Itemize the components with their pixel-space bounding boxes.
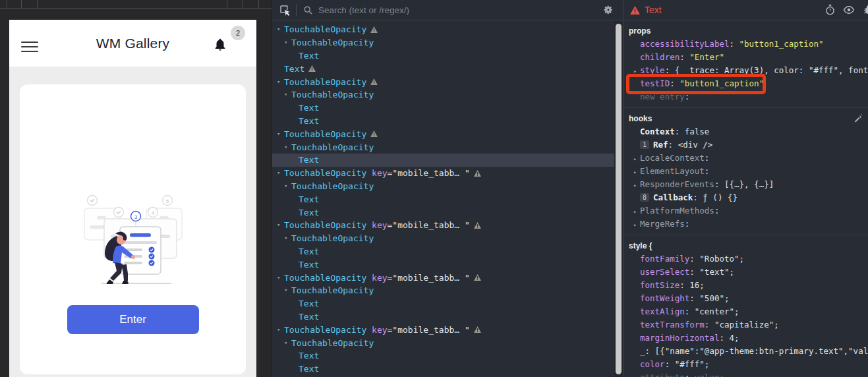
- expand-arrow[interactable]: ▾: [277, 327, 284, 333]
- style-row-fontSize[interactable]: fontSize: 16;: [623, 279, 868, 292]
- style-row-textTransform[interactable]: textTransform: "capitalize";: [623, 318, 868, 332]
- inspect-element-icon[interactable]: [279, 4, 291, 16]
- tree-scrollbar[interactable]: [614, 21, 623, 377]
- app-header: WM Gallery 2: [9, 20, 256, 67]
- expand-arrow[interactable]: ▾: [284, 40, 291, 45]
- expand-arrow[interactable]: ▾: [277, 131, 284, 137]
- prop-row-testID[interactable]: testID: "button1_caption": [623, 77, 868, 90]
- hook-row-MergeRefs[interactable]: ▸MergeRefs:: [623, 218, 868, 231]
- tree-row[interactable]: ▾TouchableOpacity: [272, 36, 623, 49]
- expand-arrow[interactable]: ▾: [284, 340, 291, 346]
- tree-row[interactable]: Text: [272, 349, 623, 362]
- warning-icon: [474, 326, 481, 333]
- tree-row[interactable]: ▾TouchableOpacity key="mobile_tabb… ": [272, 271, 623, 284]
- svg-text:4: 4: [151, 210, 154, 216]
- expand-arrow[interactable]: ▾: [277, 275, 284, 281]
- expand-arrow[interactable]: ▾: [284, 287, 291, 293]
- warning-icon: [474, 222, 481, 229]
- parse-hook-names-icon[interactable]: [854, 113, 863, 123]
- mobile-app-screen: WM Gallery 2: [9, 20, 256, 377]
- enter-button[interactable]: Enter: [67, 305, 199, 334]
- app-body: 3 4 5: [9, 67, 256, 377]
- screen: WM Gallery 2: [0, 0, 868, 377]
- style-row-_[interactable]: _: [{"name":"@app-theme:btn-primary.text…: [623, 345, 868, 358]
- style-row-textAlign[interactable]: textAlign: "center";: [623, 305, 868, 318]
- tree-row[interactable]: Text: [272, 102, 623, 115]
- style-row-color[interactable]: color: "#fff";: [623, 358, 868, 371]
- eye-icon[interactable]: [843, 5, 855, 14]
- tree-row[interactable]: ▾TouchableOpacity key="mobile_tabb… ": [272, 323, 623, 336]
- tree-row[interactable]: ▾TouchableOpacity: [272, 75, 623, 88]
- bug-icon[interactable]: [863, 5, 868, 15]
- hook-row-PlatformMethods[interactable]: ▸PlatformMethods:: [623, 204, 868, 218]
- tree-row[interactable]: ▾TouchableOpacity: [272, 23, 623, 36]
- expand-arrow[interactable]: ▾: [277, 170, 284, 176]
- component-tree: ▾TouchableOpacity▾TouchableOpacityTextTe…: [272, 20, 623, 377]
- expand-arrow[interactable]: ▾: [284, 235, 291, 241]
- hook-row-Context[interactable]: Context: false: [623, 125, 868, 138]
- style-row-fontFamily[interactable]: fontFamily: "Roboto";: [623, 252, 868, 266]
- tree-row[interactable]: ▾TouchableOpacity: [272, 127, 623, 140]
- prop-row-style[interactable]: ▸style: { trace: Array(3), color: "#fff"…: [623, 64, 868, 77]
- settings-gear-icon[interactable]: [603, 5, 614, 15]
- tree-row[interactable]: Text: [272, 192, 623, 206]
- hook-row-Ref[interactable]: 1Ref: <div />: [623, 138, 868, 152]
- style-section: style { fontFamily: "Roboto";userSelect:…: [623, 235, 868, 377]
- style-row-userSelect[interactable]: userSelect: "text";: [623, 266, 868, 279]
- warning-icon: [370, 130, 378, 137]
- components-tree-panel: ▾TouchableOpacity▾TouchableOpacityTextTe…: [272, 0, 623, 377]
- hooks-section: hooks Context: false1Ref: <div />▸Locale…: [623, 108, 868, 235]
- hook-index-badge: 1: [640, 140, 649, 149]
- expand-arrow[interactable]: ▾: [277, 79, 284, 85]
- hook-row-ResponderEvents[interactable]: ▸ResponderEvents: [{…}, {…}]: [623, 178, 868, 191]
- props-section: props accessibilityLabel: "button1_capti…: [623, 20, 868, 108]
- expand-arrow[interactable]: ▾: [284, 92, 291, 98]
- tree-row[interactable]: ▾TouchableOpacity: [272, 284, 623, 297]
- style-row-fontWeight[interactable]: fontWeight: "500";: [623, 292, 868, 305]
- menu-icon[interactable]: [21, 42, 38, 55]
- stopwatch-icon[interactable]: [825, 5, 835, 15]
- svg-text:5: 5: [165, 198, 169, 204]
- toolbar-divider: [296, 4, 297, 16]
- prop-row-accessibilityLabel[interactable]: accessibilityLabel: "button1_caption": [623, 38, 868, 51]
- tree-row[interactable]: Text: [272, 258, 623, 271]
- expand-arrow[interactable]: ▾: [284, 183, 291, 189]
- tree-row[interactable]: ▾TouchableOpacity: [272, 232, 623, 245]
- expand-arrow[interactable]: ▾: [277, 222, 284, 228]
- tree-row[interactable]: ▾TouchableOpacity: [272, 140, 623, 154]
- prop-row-new-entry[interactable]: new entry:: [623, 90, 868, 103]
- svg-text:3: 3: [134, 214, 137, 220]
- tree-row[interactable]: Text: [272, 206, 623, 219]
- expand-arrow[interactable]: ▾: [284, 144, 291, 150]
- tree-row[interactable]: Text: [272, 62, 623, 75]
- tree-row[interactable]: ▾TouchableOpacity: [272, 180, 623, 193]
- tree-row[interactable]: ▾TouchableOpacity: [272, 336, 623, 349]
- tree-row[interactable]: Text: [272, 115, 623, 128]
- tree-row[interactable]: Text: [272, 49, 623, 63]
- search-icon: [303, 5, 313, 15]
- style-row-marginHorizontal[interactable]: marginHorizontal: 4;: [623, 332, 868, 345]
- tree-row[interactable]: Text: [272, 310, 623, 324]
- hook-row-Callback[interactable]: 8Callback: ƒ () {}: [623, 191, 868, 204]
- tree-row[interactable]: ▾TouchableOpacity: [272, 88, 623, 102]
- warning-icon: [370, 26, 378, 33]
- style-section-title: style {: [623, 239, 868, 252]
- tree-row[interactable]: Text: [272, 297, 623, 310]
- tree-row[interactable]: ▾TouchableOpacity key="mobile_tabb… ": [272, 219, 623, 232]
- expand-arrow[interactable]: ▾: [277, 26, 284, 32]
- error-triangle-icon: [630, 6, 640, 14]
- style-row-attribute[interactable]: attribute: value;: [623, 371, 868, 377]
- tree-row[interactable]: Text: [272, 362, 623, 376]
- tree-row[interactable]: Text: [272, 154, 623, 167]
- tree-toolbar: [272, 0, 623, 20]
- hook-row-LocaleContext[interactable]: ▸LocaleContext:: [623, 152, 868, 165]
- prop-row-children[interactable]: children: "Enter": [623, 51, 868, 64]
- tree-row[interactable]: Text: [272, 245, 623, 258]
- warning-icon: [474, 170, 481, 177]
- warning-icon: [370, 78, 378, 85]
- tree-row[interactable]: ▾TouchableOpacity key="mobile_tabb… ": [272, 167, 623, 180]
- warning-icon: [308, 65, 316, 72]
- search-input[interactable]: [318, 5, 603, 15]
- hook-row-ElementLayout[interactable]: ▸ElementLayout:: [623, 165, 868, 178]
- bell-icon[interactable]: [213, 37, 227, 53]
